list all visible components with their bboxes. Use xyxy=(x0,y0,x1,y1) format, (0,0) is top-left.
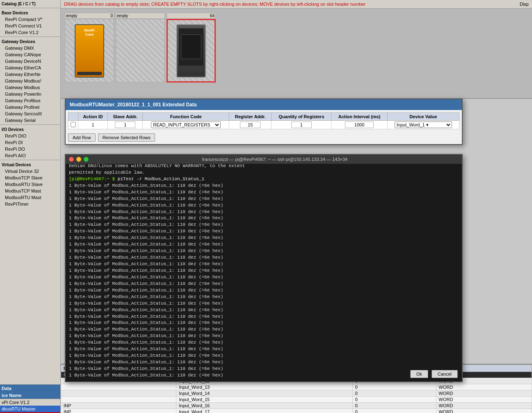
sidebar-item-revpi-core[interactable]: RevPi Core V1.2 xyxy=(0,29,60,36)
row-reg-addr-0[interactable] xyxy=(229,121,272,129)
bottom-row-type-4 xyxy=(61,397,176,403)
rack-slot-0[interactable]: empty 0 RevPiCore xyxy=(65,13,114,83)
sidebar-item-modbusrtu-mast[interactable]: ModbusRTU Mast xyxy=(0,194,60,201)
rack-slot-empty-label: empty xyxy=(117,14,128,18)
bottom-row-type-2 xyxy=(61,384,176,390)
terminal-line-26: 1 Byte-Value of Modbus_Action_Status_1: … xyxy=(69,320,459,326)
bottom-row-value-3: 0 xyxy=(352,390,436,397)
row-interval-0[interactable] xyxy=(331,121,387,129)
terminal-maximize-button[interactable] xyxy=(84,157,89,162)
sidebar-item-gateway-serial[interactable]: Gateway Serial xyxy=(0,117,60,124)
bottom-row-name-4: Input_Word_15 xyxy=(176,397,353,403)
extended-data-table-container: Action ID Slave Addr. Function Code Regi… xyxy=(66,110,462,132)
terminal-line-3: permitted by applicable law. xyxy=(69,170,459,176)
bottom-row-2: Input_Word_13 0 WORD xyxy=(61,384,532,390)
sidebar-item-modbustcp-mast[interactable]: ModbusTCP Mast xyxy=(0,188,60,194)
terminal-line-22: 1 Byte-Value of Modbus_Action_Status_1: … xyxy=(69,294,459,301)
terminal-line-29: 1 Byte-Value of Modbus_Action_Status_1: … xyxy=(69,340,459,346)
terminal-titlebar: francescoizzi — pi@RevPi4067: ~ — ssh pi… xyxy=(66,155,462,164)
sidebar-item-revpi-do[interactable]: RevPi DO xyxy=(0,146,60,152)
terminal-line-11: 1 Byte-Value of Modbus_Action_Status_1: … xyxy=(69,222,459,228)
sidebar-item-gateway-etherne[interactable]: Gateway EtherNe xyxy=(0,71,60,78)
term-cmd-4: piTest -r Modbus_Action_Status_1 xyxy=(118,177,204,181)
terminal-line-8: 1 Byte-Value of Modbus_Action_Status_1: … xyxy=(69,202,459,209)
terminal-cancel-button[interactable]: Cancel xyxy=(432,370,458,378)
extended-data-title: ModbusRTUMaster_20180122_1_1_001 Extende… xyxy=(66,99,462,110)
virtual-devices-section: Virtual Devices xyxy=(0,161,60,168)
sidebar-item-revpi-compact[interactable]: RevPi Compact V* xyxy=(0,16,60,23)
sidebar-bottom-row-1[interactable]: dbusRTU Master xyxy=(0,406,61,413)
bottom-row-value-5: 0 xyxy=(352,403,436,409)
col-function-code: Function Code xyxy=(143,113,229,121)
row-func-code-0[interactable]: READ_INPUT_REGISTERS READ_HOLDING_REGIST… xyxy=(143,121,229,129)
sidebar-item-gateway-profibus[interactable]: Gateway Profibus xyxy=(0,97,60,104)
sidebar-item-gateway-powerlin[interactable]: Gateway Powerlin xyxy=(0,91,60,97)
sidebar-item-gateway-modbus1[interactable]: Gateway Modbus! xyxy=(0,78,60,84)
bottom-row-dtype-2: WORD xyxy=(436,384,532,390)
terminal-line-9: 1 Byte-Value of Modbus_Action_Status_1: … xyxy=(69,209,459,216)
col-slave-addr: Slave Addr. xyxy=(108,113,143,121)
row-quantity-0[interactable] xyxy=(272,121,331,129)
device-64 xyxy=(176,24,206,78)
row-action-id-0: 1 xyxy=(78,121,108,129)
terminal-minimize-button[interactable] xyxy=(76,157,81,162)
col-interval: Action Interval (ms) xyxy=(331,113,387,121)
sidebar-item-revpi-dio[interactable]: RevPi DIO xyxy=(0,133,60,139)
bottom-row-type-6: INP xyxy=(61,409,176,413)
sidebar-item-gateway-modbus2[interactable]: Gateway Modbus xyxy=(0,84,60,91)
terminal-ok-cancel-buttons: Ok Cancel xyxy=(410,370,458,378)
sidebar-item-revpitimer[interactable]: RevPITimer xyxy=(0,201,60,207)
terminal-line-30: 1 Byte-Value of Modbus_Action_Status_1: … xyxy=(69,346,459,353)
terminal-ok-button[interactable]: Ok xyxy=(410,370,428,378)
sidebar-item-revpi-connect[interactable]: RevPi Connect V1 xyxy=(0,23,60,29)
terminal-line-23: 1 Byte-Value of Modbus_Action_Status_1: … xyxy=(69,301,459,307)
rack-slot-64-header[interactable]: 64 xyxy=(167,13,216,19)
sidebar-bottom-row-0[interactable]: vPi Core V1.2 xyxy=(0,399,61,406)
terminal-body[interactable]: individual files in /usr/share/doc/*/cop… xyxy=(66,164,462,381)
sidebar-item-revpi-aio[interactable]: RevPi AIO xyxy=(0,152,60,159)
bottom-row-type-5: INP xyxy=(61,403,176,409)
sidebar-item-gateway-dmx[interactable]: Gateway DMX xyxy=(0,45,60,51)
rack-slot-empty[interactable]: empty xyxy=(116,13,165,83)
rack-slot-64-body xyxy=(167,19,216,83)
col-action-id: Action ID xyxy=(78,113,108,121)
sidebar-item-gateway-etherca[interactable]: Gateway EtherCA xyxy=(0,64,60,71)
sidebar-item-gateway-profinet[interactable]: Gateway Profinet xyxy=(0,104,60,110)
terminal-line-15: 1 Byte-Value of Modbus_Action_Status_1: … xyxy=(69,248,459,255)
sidebar-item-gateway-sercos[interactable]: Gateway SercosIII xyxy=(0,110,60,117)
terminal-title-text: francescoizzi — pi@RevPi4067: ~ — ssh pi… xyxy=(91,157,459,162)
sidebar-data-header: Data xyxy=(0,385,61,392)
bottom-row-value-4: 0 xyxy=(352,397,436,403)
terminal-line-10: 1 Byte-Value of Modbus_Action_Status_1: … xyxy=(69,215,459,222)
sidebar-item-virtual-device[interactable]: Virtual Device 32 xyxy=(0,168,60,174)
row-slave-addr-0[interactable] xyxy=(108,121,143,129)
terminal-line-34: 1 Byte-Value of Modbus_Action_Status_1: … xyxy=(69,372,459,379)
sidebar-item-modbustcp-slave[interactable]: ModbusTCP Slave xyxy=(0,174,60,181)
rack-slot-empty-header[interactable]: empty xyxy=(116,13,165,19)
terminal-line-4: [pi@RevPi4067:~ $ piTest -r Modbus_Actio… xyxy=(69,176,459,183)
terminal-line-21: 1 Byte-Value of Modbus_Action_Status_1: … xyxy=(69,287,459,294)
add-row-button[interactable]: Add Row xyxy=(68,133,96,142)
device-0: RevPiCore xyxy=(75,24,104,78)
terminal-close-button[interactable] xyxy=(69,157,74,162)
catalog-label: Catalog (E / C / T) xyxy=(0,0,60,7)
topbar: DRAG devices from catalog to empty slots… xyxy=(61,0,532,9)
sidebar-item-gateway-canope[interactable]: Gateway CANope xyxy=(0,51,60,58)
row-checkbox-0[interactable] xyxy=(68,121,78,129)
row-device-value-0[interactable]: Input_Word_1 ▾ xyxy=(387,121,459,129)
remove-selected-rows-button[interactable]: Remove Selected Rows xyxy=(98,133,155,142)
bottom-row-6: INP Input_Word_17 0 WORD xyxy=(61,409,532,413)
bottom-row-dtype-6: WORD xyxy=(436,409,532,413)
rack-slot-64[interactable]: 64 xyxy=(167,13,216,83)
sidebar-item-modbusrtu-slave[interactable]: ModbusRTU Slave xyxy=(0,181,60,188)
device-64-connector xyxy=(179,72,203,75)
sidebar-item-gateway-devicen[interactable]: Gateway DeviceN xyxy=(0,58,60,64)
rack-slot-0-header[interactable]: empty 0 xyxy=(65,13,114,19)
gateway-devices-section: Gateway Devices xyxy=(0,38,60,45)
col-register-addr: Register Addr. xyxy=(229,113,272,121)
term-prompt-4: [pi@RevPi4067:~ $ xyxy=(69,177,118,181)
terminal-line-16: 1 Byte-Value of Modbus_Action_Status_1: … xyxy=(69,255,459,261)
instruction-text: DRAG devices from catalog to empty slots… xyxy=(64,2,365,7)
terminal-line-27: 1 Byte-Value of Modbus_Action_Status_1: … xyxy=(69,326,459,333)
sidebar-item-revpi-di[interactable]: RevPi DI xyxy=(0,139,60,146)
